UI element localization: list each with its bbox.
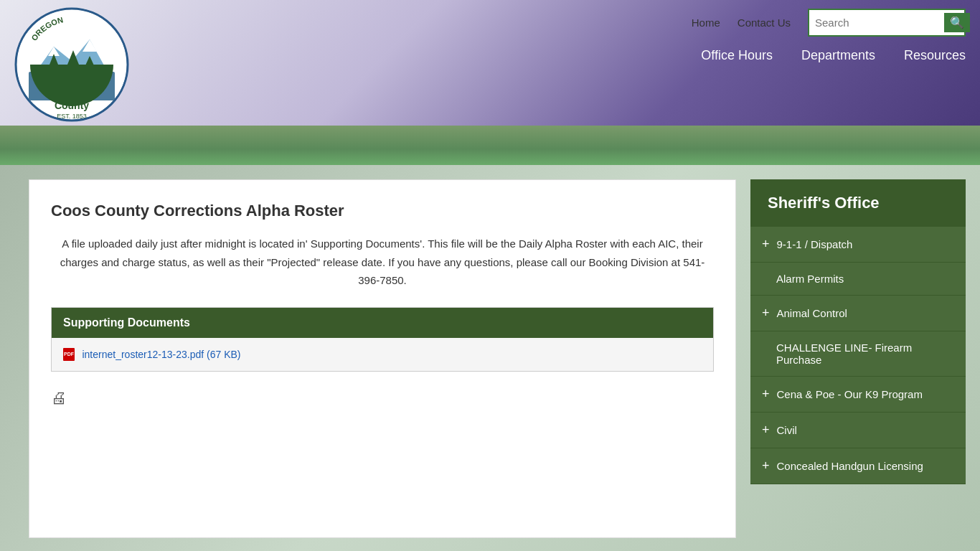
sidebar-item-animal-control[interactable]: + Animal Control [750, 296, 966, 331]
pdf-filename: internet_roster12-13-23.pdf [82, 349, 204, 360]
search-input[interactable] [815, 17, 944, 29]
sidebar-item-label: Alarm Permits [776, 273, 844, 285]
top-nav: Home Contact Us 🔍 [0, 0, 980, 42]
expand-icon: + [762, 306, 770, 321]
main-content: Coos County Corrections Alpha Roster A f… [29, 179, 736, 538]
docs-body: PDF internet_roster12-13-23.pdf (67 KB) [52, 338, 713, 372]
sidebar-item-cena-poe[interactable]: + Cena & Poe - Our K9 Program [750, 377, 966, 413]
sidebar-item-label: Concealed Handgun Licensing [777, 460, 923, 472]
nav-contact[interactable]: Contact Us [738, 17, 791, 29]
sidebar-header: Sheriff's Office [750, 179, 966, 227]
supporting-documents: Supporting Documents PDF internet_roster… [51, 307, 714, 372]
expand-icon: + [762, 387, 770, 402]
sidebar-item-label: Cena & Poe - Our K9 Program [777, 388, 923, 400]
sidebar: Sheriff's Office + 9-1-1 / Dispatch Alar… [750, 179, 966, 538]
pdf-link[interactable]: internet_roster12-13-23.pdf (67 KB) [82, 349, 240, 360]
svg-text:EST. 1853: EST. 1853 [57, 113, 87, 120]
content-wrapper: Coos County Corrections Alpha Roster A f… [0, 165, 980, 551]
pdf-size: (67 KB) [207, 349, 240, 360]
nav-office-hours[interactable]: Office Hours [701, 48, 773, 63]
header: OREGON Coos County EST. 1853 H [0, 0, 980, 126]
print-button[interactable]: 🖨 [51, 389, 67, 408]
sidebar-item-label: CHALLENGE LINE- Firearm Purchase [776, 342, 954, 366]
expand-icon: + [762, 458, 770, 474]
expand-icon: + [762, 423, 770, 438]
nav-departments[interactable]: Departments [801, 48, 875, 63]
logo: OREGON Coos County EST. 1853 [14, 7, 136, 129]
nav-home[interactable]: Home [692, 17, 720, 29]
sidebar-item-challenge-line[interactable]: CHALLENGE LINE- Firearm Purchase [750, 331, 966, 377]
sidebar-item-alarm-permits[interactable]: Alarm Permits [750, 263, 966, 296]
main-nav: Office Hours Departments Resources [0, 42, 980, 69]
sidebar-item-concealed-handgun[interactable]: + Concealed Handgun Licensing [750, 448, 966, 484]
search-button[interactable]: 🔍 [944, 13, 970, 32]
page-title: Coos County Corrections Alpha Roster [51, 202, 714, 220]
pdf-icon: PDF [63, 348, 75, 361]
nav-resources[interactable]: Resources [904, 48, 966, 63]
expand-icon: + [762, 237, 770, 252]
page-description: A file uploaded daily just after midnigh… [51, 235, 714, 290]
hero-banner [0, 126, 980, 165]
sidebar-item-label: 9-1-1 / Dispatch [777, 238, 853, 250]
docs-header: Supporting Documents [52, 308, 713, 338]
sidebar-item-dispatch[interactable]: + 9-1-1 / Dispatch [750, 227, 966, 263]
sidebar-item-civil[interactable]: + Civil [750, 413, 966, 448]
search-box: 🔍 [808, 9, 966, 37]
sidebar-item-label: Civil [777, 424, 797, 436]
sidebar-item-label: Animal Control [777, 307, 847, 319]
